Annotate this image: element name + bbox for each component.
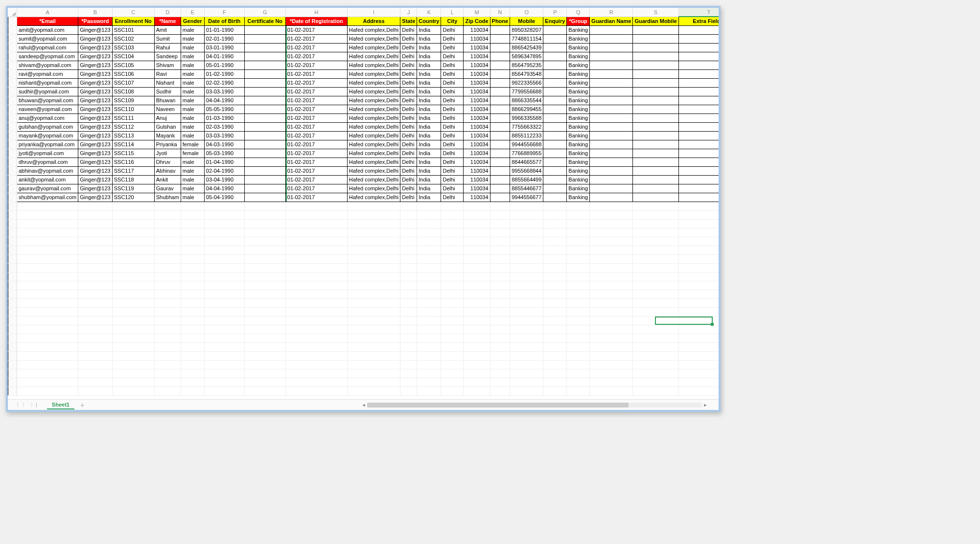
- cell[interactable]: [154, 378, 181, 386]
- cell[interactable]: SSC110: [112, 105, 154, 113]
- cell[interactable]: [78, 298, 113, 307]
- cell[interactable]: 01-02-2017: [285, 34, 347, 43]
- cell[interactable]: [400, 228, 417, 237]
- cell[interactable]: [181, 263, 204, 272]
- cell[interactable]: Hafed complex,Delhi: [347, 96, 400, 105]
- cell[interactable]: SSC102: [112, 34, 154, 43]
- column-header-K[interactable]: K: [417, 8, 441, 17]
- cell[interactable]: Delhi: [400, 184, 417, 193]
- cell[interactable]: [510, 202, 543, 210]
- cell[interactable]: [17, 334, 78, 342]
- column-header-Q[interactable]: Q: [567, 8, 590, 17]
- cell[interactable]: [17, 307, 78, 316]
- cell[interactable]: [154, 386, 181, 395]
- cell[interactable]: [543, 263, 567, 272]
- cell[interactable]: [441, 334, 464, 342]
- cell[interactable]: [417, 378, 441, 386]
- row-number[interactable]: [8, 334, 17, 342]
- cell[interactable]: [244, 122, 285, 131]
- field-header[interactable]: Zip Code: [464, 17, 490, 25]
- cell[interactable]: [464, 334, 490, 342]
- cell[interactable]: [417, 290, 441, 298]
- cell[interactable]: [417, 316, 441, 325]
- cell[interactable]: [400, 334, 417, 342]
- cell[interactable]: [543, 237, 567, 246]
- cell[interactable]: naveen@yopmail.com: [17, 105, 78, 113]
- cell[interactable]: [590, 43, 633, 52]
- cell[interactable]: 110034: [464, 131, 490, 140]
- cell[interactable]: India: [417, 105, 441, 113]
- cell[interactable]: [204, 378, 244, 386]
- table-row[interactable]: gaurav@yopmail.comGinger@123SSC119Gaurav…: [8, 184, 719, 193]
- cell[interactable]: [347, 254, 400, 263]
- column-header-N[interactable]: N: [490, 8, 510, 17]
- cell[interactable]: [490, 290, 510, 298]
- cell[interactable]: [181, 351, 204, 360]
- cell[interactable]: [244, 105, 285, 113]
- row-number[interactable]: [8, 122, 17, 131]
- row-number[interactable]: [8, 193, 17, 202]
- cell[interactable]: [490, 386, 510, 395]
- column-header-O[interactable]: O: [510, 8, 543, 17]
- cell[interactable]: [204, 263, 244, 272]
- cell[interactable]: [154, 202, 181, 210]
- cell[interactable]: [590, 113, 633, 122]
- cell[interactable]: [678, 158, 719, 166]
- cell[interactable]: [285, 369, 347, 378]
- cell[interactable]: [441, 202, 464, 210]
- cell[interactable]: Delhi: [441, 149, 464, 158]
- cell[interactable]: [78, 386, 113, 395]
- cell[interactable]: [490, 105, 510, 113]
- cell[interactable]: [285, 298, 347, 307]
- cell[interactable]: [347, 290, 400, 298]
- cell[interactable]: [510, 263, 543, 272]
- cell[interactable]: [441, 210, 464, 219]
- cell[interactable]: Banking: [567, 122, 590, 131]
- cell[interactable]: Hafed complex,Delhi: [347, 149, 400, 158]
- cell[interactable]: [17, 325, 78, 334]
- cell[interactable]: [78, 210, 113, 219]
- cell[interactable]: [678, 25, 719, 34]
- cell[interactable]: [154, 307, 181, 316]
- cell[interactable]: [400, 360, 417, 369]
- cell[interactable]: Banking: [567, 61, 590, 69]
- cell[interactable]: male: [181, 78, 204, 87]
- cell[interactable]: [678, 166, 719, 175]
- cell[interactable]: [244, 43, 285, 52]
- table-row[interactable]: bhuwan@yopmail.comGinger@123SSC109Bhuwan…: [8, 96, 719, 105]
- field-header[interactable]: City: [441, 17, 464, 25]
- row-number[interactable]: [8, 131, 17, 140]
- row-number[interactable]: [8, 113, 17, 122]
- cell[interactable]: [204, 254, 244, 263]
- cell[interactable]: Banking: [567, 184, 590, 193]
- cell[interactable]: [633, 78, 678, 87]
- cell[interactable]: [543, 378, 567, 386]
- cell[interactable]: [78, 316, 113, 325]
- cell[interactable]: [400, 246, 417, 254]
- cell[interactable]: [567, 325, 590, 334]
- cell[interactable]: [417, 360, 441, 369]
- cell[interactable]: [678, 334, 719, 342]
- cell[interactable]: [633, 228, 678, 237]
- cell[interactable]: [17, 228, 78, 237]
- cell[interactable]: [347, 281, 400, 290]
- cell[interactable]: Delhi: [400, 52, 417, 61]
- cell[interactable]: [678, 378, 719, 386]
- cell[interactable]: [543, 193, 567, 202]
- cell[interactable]: 01-02-2017: [285, 87, 347, 96]
- cell[interactable]: SSC104: [112, 52, 154, 61]
- cell[interactable]: [244, 254, 285, 263]
- cell[interactable]: Anuj: [154, 113, 181, 122]
- cell[interactable]: [490, 281, 510, 290]
- cell[interactable]: 05-04-1990: [204, 193, 244, 202]
- cell[interactable]: sandeep@yopmail.com: [17, 52, 78, 61]
- cell[interactable]: Hafed complex,Delhi: [347, 105, 400, 113]
- cell[interactable]: [490, 334, 510, 342]
- cell[interactable]: 110034: [464, 61, 490, 69]
- cell[interactable]: [633, 52, 678, 61]
- cell[interactable]: 03-04-1990: [204, 175, 244, 184]
- cell[interactable]: Banking: [567, 96, 590, 105]
- cell[interactable]: [543, 351, 567, 360]
- cell[interactable]: [633, 210, 678, 219]
- cell[interactable]: [154, 360, 181, 369]
